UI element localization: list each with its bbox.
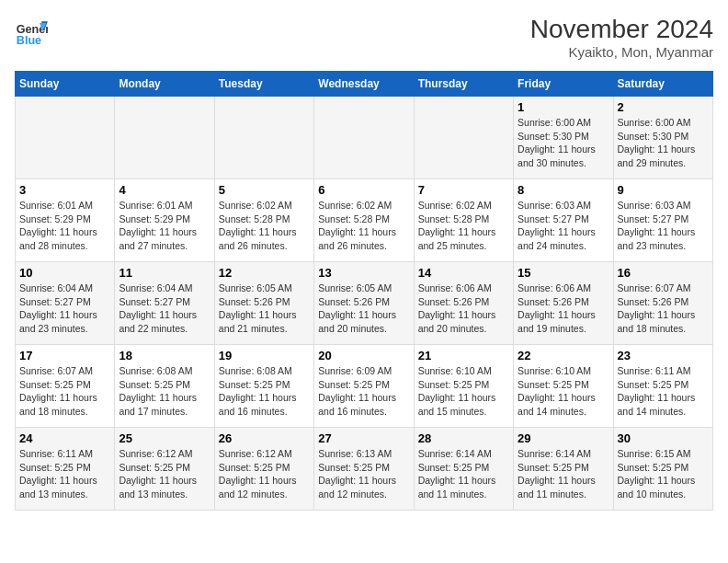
day-number: 2 <box>618 100 709 114</box>
day-info: Sunrise: 6:11 AMSunset: 5:25 PMDaylight:… <box>618 364 709 419</box>
day-cell: 9Sunrise: 6:03 AMSunset: 5:27 PMDaylight… <box>613 179 712 262</box>
day-cell: 16Sunrise: 6:07 AMSunset: 5:26 PMDayligh… <box>613 262 712 345</box>
day-cell: 19Sunrise: 6:08 AMSunset: 5:25 PMDayligh… <box>214 345 313 428</box>
day-number: 13 <box>318 266 409 280</box>
day-info: Sunrise: 6:12 AMSunset: 5:25 PMDaylight:… <box>219 447 310 501</box>
day-cell: 3Sunrise: 6:01 AMSunset: 5:29 PMDaylight… <box>16 179 115 262</box>
day-number: 20 <box>318 349 409 362</box>
day-cell: 15Sunrise: 6:06 AMSunset: 5:26 PMDayligh… <box>514 262 613 345</box>
day-info: Sunrise: 6:06 AMSunset: 5:26 PMDaylight:… <box>418 282 509 336</box>
day-info: Sunrise: 6:05 AMSunset: 5:26 PMDaylight:… <box>318 282 409 336</box>
day-info: Sunrise: 6:12 AMSunset: 5:25 PMDaylight:… <box>119 447 210 501</box>
day-info: Sunrise: 6:01 AMSunset: 5:29 PMDaylight:… <box>19 199 110 253</box>
day-cell: 21Sunrise: 6:10 AMSunset: 5:25 PMDayligh… <box>414 345 513 428</box>
day-number: 5 <box>219 183 310 197</box>
day-cell: 20Sunrise: 6:09 AMSunset: 5:25 PMDayligh… <box>314 345 414 428</box>
day-cell: 26Sunrise: 6:12 AMSunset: 5:25 PMDayligh… <box>214 428 313 511</box>
day-number: 6 <box>318 183 409 197</box>
day-cell: 28Sunrise: 6:14 AMSunset: 5:25 PMDayligh… <box>414 428 513 511</box>
day-cell: 6Sunrise: 6:02 AMSunset: 5:28 PMDaylight… <box>314 179 414 262</box>
day-cell: 1Sunrise: 6:00 AMSunset: 5:30 PMDaylight… <box>514 97 613 179</box>
day-number: 23 <box>618 349 709 362</box>
day-cell: 8Sunrise: 6:03 AMSunset: 5:27 PMDaylight… <box>514 179 613 262</box>
day-cell: 2Sunrise: 6:00 AMSunset: 5:30 PMDaylight… <box>613 97 712 179</box>
day-info: Sunrise: 6:07 AMSunset: 5:25 PMDaylight:… <box>19 364 110 419</box>
day-cell <box>115 97 214 179</box>
month-year-title: November 2024 <box>530 15 713 44</box>
day-info: Sunrise: 6:09 AMSunset: 5:25 PMDaylight:… <box>318 364 409 419</box>
day-cell: 25Sunrise: 6:12 AMSunset: 5:25 PMDayligh… <box>115 428 214 511</box>
day-cell <box>414 97 513 179</box>
day-info: Sunrise: 6:08 AMSunset: 5:25 PMDaylight:… <box>219 364 310 419</box>
day-number: 3 <box>19 183 110 197</box>
day-cell: 29Sunrise: 6:14 AMSunset: 5:25 PMDayligh… <box>514 428 613 511</box>
day-number: 22 <box>518 349 609 362</box>
day-info: Sunrise: 6:03 AMSunset: 5:27 PMDaylight:… <box>618 199 709 253</box>
logo: General Blue <box>15 15 51 48</box>
day-number: 24 <box>19 431 110 445</box>
day-cell: 7Sunrise: 6:02 AMSunset: 5:28 PMDaylight… <box>414 179 513 262</box>
day-cell: 27Sunrise: 6:13 AMSunset: 5:25 PMDayligh… <box>314 428 414 511</box>
day-info: Sunrise: 6:06 AMSunset: 5:26 PMDaylight:… <box>518 282 609 336</box>
day-number: 26 <box>219 431 310 445</box>
day-info: Sunrise: 6:02 AMSunset: 5:28 PMDaylight:… <box>318 199 409 253</box>
day-cell: 10Sunrise: 6:04 AMSunset: 5:27 PMDayligh… <box>16 262 115 345</box>
title-block: November 2024 Kyaikto, Mon, Myanmar <box>530 15 713 60</box>
calendar-body: 1Sunrise: 6:00 AMSunset: 5:30 PMDaylight… <box>16 97 713 511</box>
week-row-2: 3Sunrise: 6:01 AMSunset: 5:29 PMDaylight… <box>16 179 713 262</box>
header-cell-wednesday: Wednesday <box>314 72 414 97</box>
logo-icon: General Blue <box>15 15 48 48</box>
day-info: Sunrise: 6:02 AMSunset: 5:28 PMDaylight:… <box>219 199 310 253</box>
day-info: Sunrise: 6:03 AMSunset: 5:27 PMDaylight:… <box>518 199 609 253</box>
week-row-1: 1Sunrise: 6:00 AMSunset: 5:30 PMDaylight… <box>16 97 713 179</box>
day-info: Sunrise: 6:13 AMSunset: 5:25 PMDaylight:… <box>318 447 409 501</box>
header-cell-tuesday: Tuesday <box>214 72 313 97</box>
day-number: 28 <box>418 431 509 445</box>
day-number: 12 <box>219 266 310 280</box>
header-cell-thursday: Thursday <box>414 72 513 97</box>
week-row-4: 17Sunrise: 6:07 AMSunset: 5:25 PMDayligh… <box>16 345 713 428</box>
day-number: 29 <box>518 431 609 445</box>
day-number: 18 <box>119 349 210 362</box>
day-number: 30 <box>618 431 709 445</box>
header-cell-friday: Friday <box>514 72 613 97</box>
day-cell: 14Sunrise: 6:06 AMSunset: 5:26 PMDayligh… <box>414 262 513 345</box>
day-info: Sunrise: 6:01 AMSunset: 5:29 PMDaylight:… <box>119 199 210 253</box>
day-number: 21 <box>418 349 509 362</box>
page-header: General Blue November 2024 Kyaikto, Mon,… <box>15 15 713 60</box>
header-cell-saturday: Saturday <box>613 72 712 97</box>
day-number: 4 <box>119 183 210 197</box>
day-info: Sunrise: 6:04 AMSunset: 5:27 PMDaylight:… <box>19 282 110 336</box>
day-cell: 13Sunrise: 6:05 AMSunset: 5:26 PMDayligh… <box>314 262 414 345</box>
day-cell: 23Sunrise: 6:11 AMSunset: 5:25 PMDayligh… <box>613 345 712 428</box>
day-cell: 22Sunrise: 6:10 AMSunset: 5:25 PMDayligh… <box>514 345 613 428</box>
day-cell: 5Sunrise: 6:02 AMSunset: 5:28 PMDaylight… <box>214 179 313 262</box>
day-info: Sunrise: 6:04 AMSunset: 5:27 PMDaylight:… <box>119 282 210 336</box>
day-number: 9 <box>618 183 709 197</box>
day-cell <box>314 97 414 179</box>
day-info: Sunrise: 6:10 AMSunset: 5:25 PMDaylight:… <box>518 364 609 419</box>
week-row-5: 24Sunrise: 6:11 AMSunset: 5:25 PMDayligh… <box>16 428 713 511</box>
header-row: SundayMondayTuesdayWednesdayThursdayFrid… <box>16 72 713 97</box>
day-number: 27 <box>318 431 409 445</box>
day-info: Sunrise: 6:14 AMSunset: 5:25 PMDaylight:… <box>518 447 609 501</box>
day-info: Sunrise: 6:11 AMSunset: 5:25 PMDaylight:… <box>19 447 110 501</box>
location-subtitle: Kyaikto, Mon, Myanmar <box>530 44 713 60</box>
header-cell-sunday: Sunday <box>16 72 115 97</box>
calendar-table: SundayMondayTuesdayWednesdayThursdayFrid… <box>15 71 713 511</box>
day-info: Sunrise: 6:05 AMSunset: 5:26 PMDaylight:… <box>219 282 310 336</box>
day-number: 15 <box>518 266 609 280</box>
day-number: 14 <box>418 266 509 280</box>
day-number: 19 <box>219 349 310 362</box>
day-cell: 17Sunrise: 6:07 AMSunset: 5:25 PMDayligh… <box>16 345 115 428</box>
day-number: 10 <box>19 266 110 280</box>
day-cell: 11Sunrise: 6:04 AMSunset: 5:27 PMDayligh… <box>115 262 214 345</box>
week-row-3: 10Sunrise: 6:04 AMSunset: 5:27 PMDayligh… <box>16 262 713 345</box>
day-number: 25 <box>119 431 210 445</box>
day-number: 16 <box>618 266 709 280</box>
day-cell: 18Sunrise: 6:08 AMSunset: 5:25 PMDayligh… <box>115 345 214 428</box>
day-info: Sunrise: 6:14 AMSunset: 5:25 PMDaylight:… <box>418 447 509 501</box>
header-cell-monday: Monday <box>115 72 214 97</box>
day-info: Sunrise: 6:10 AMSunset: 5:25 PMDaylight:… <box>418 364 509 419</box>
day-number: 1 <box>518 100 609 114</box>
